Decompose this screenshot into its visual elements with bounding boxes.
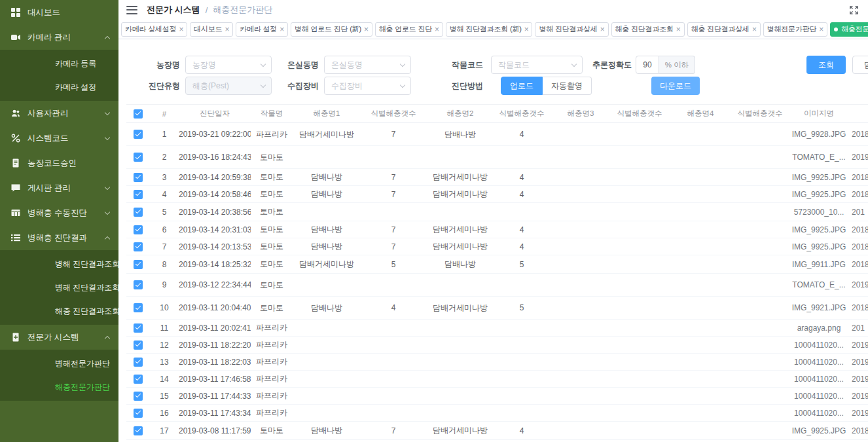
device-select[interactable]: 수집장비 (324, 77, 411, 95)
row-checkbox[interactable] (134, 242, 143, 251)
table-row[interactable]: 52019-03-14 20:38:56토마토5723000_10...201 (126, 203, 868, 221)
table-row[interactable]: 122019-03-11 18:22:20파프리카1000411020...20… (126, 337, 868, 354)
tab-7[interactable]: 병해 진단결과상세× (535, 22, 608, 37)
row-checkbox[interactable] (134, 153, 143, 162)
column-header (852, 105, 868, 123)
tab-8[interactable]: 해충 진단결과조회× (611, 22, 685, 37)
close-tab-icon[interactable]: × (600, 26, 605, 33)
tab-6[interactable]: 병해 진단결과조회 (新)× (446, 22, 533, 37)
sidebar-item-7[interactable]: 병해충 수동진단 (0, 200, 118, 225)
row-checkbox[interactable] (134, 260, 143, 269)
row-checkbox[interactable] (134, 130, 143, 139)
table-row[interactable]: 22019-03-16 18:24:43토마토TOMATO_E_...2019 (126, 146, 868, 169)
cell-count3 (612, 422, 667, 440)
sidebar-subitem[interactable]: 병해 진단결과조회 (舊) (0, 276, 118, 299)
table-row[interactable]: 82019-03-14 18:25:32토마토담배거세미나방5담배나방5IMG_… (126, 255, 868, 274)
sidebar-subitem[interactable]: 병해 진단결과조회 (新) (0, 252, 118, 276)
tab-2[interactable]: 대시보드× (190, 22, 233, 37)
tab-10[interactable]: 병해전문가판단× (763, 22, 827, 37)
table-row[interactable]: 92019-03-12 22:34:44토마토TOMATO_E_...2019 (126, 274, 868, 297)
close-tab-icon[interactable]: × (752, 26, 757, 33)
sidebar-subitem[interactable]: 카메라 등록 (0, 52, 118, 75)
tab-1[interactable]: 카메라 상세설정× (121, 22, 187, 37)
table-row[interactable]: 142019-03-11 17:46:58파프리카1000411020...20… (126, 371, 868, 388)
row-checkbox[interactable] (134, 341, 143, 350)
table-row[interactable]: 62019-03-14 20:31:03토마토담배나방7담배거세미나방4IMG_… (126, 221, 868, 238)
tab-4[interactable]: 병해 업로드 진단 (新)× (291, 22, 372, 37)
tab-9[interactable]: 해충 진단결과상세× (687, 22, 761, 37)
row-checkbox[interactable] (134, 190, 143, 199)
row-checkbox[interactable] (134, 409, 143, 418)
tab-5[interactable]: 해충 업로드 진단× (375, 22, 443, 37)
tab-11[interactable]: 해충전문가판단× (830, 22, 868, 37)
sidebar-item-1[interactable]: 대시보드 (0, 0, 118, 25)
sidebar-item-6[interactable]: 게시판 관리 (0, 175, 118, 200)
row-checkbox[interactable] (134, 303, 143, 312)
row-checkbox[interactable] (134, 280, 143, 289)
method-upload-option[interactable]: 업로드 (501, 77, 543, 95)
method-radio-group: 업로드 자동촬영 (501, 77, 592, 95)
row-checkbox[interactable] (134, 358, 143, 367)
tab-label: 대시보드 (194, 24, 222, 34)
table-row[interactable]: 162019-03-11 17:43:34파프리카1000411020...20… (126, 405, 868, 422)
diagnosis-result-icon (11, 233, 20, 242)
sidebar-item-label: 전문가 시스템 (27, 332, 98, 343)
close-tab-icon[interactable]: × (179, 26, 183, 33)
sidebar-subitem[interactable]: 해충 진단결과조회 (0, 299, 118, 323)
sidebar-subitem[interactable]: 해충전문가판단 (0, 375, 118, 399)
close-tab-icon[interactable]: × (524, 26, 529, 33)
sidebar-item-5[interactable]: 농장코드승인 (0, 151, 118, 175)
close-tab-icon[interactable]: × (364, 26, 369, 33)
download-button[interactable]: 다운로드 (651, 77, 700, 95)
farm-name-select[interactable]: 농장명 (185, 56, 272, 74)
method-auto-option[interactable]: 자동촬영 (543, 77, 592, 95)
table-row[interactable]: 152019-03-11 17:44:33파프리카1000411020...20… (126, 388, 868, 405)
cell-image: IMG_9925.JPG (786, 186, 852, 203)
row-checkbox[interactable] (134, 323, 143, 333)
row-checkbox[interactable] (134, 426, 143, 435)
crop-code-placeholder: 작물코드 (498, 60, 530, 71)
close-tab-icon[interactable]: × (280, 26, 284, 33)
row-select-cell (126, 186, 150, 203)
close-tab-icon[interactable]: × (225, 26, 229, 33)
row-select-cell (126, 388, 150, 405)
table-row[interactable]: 112019-03-11 20:02:41파프리카aragaya.png201 (126, 320, 868, 337)
sidebar-item-9[interactable]: 전문가 시스템 (0, 325, 118, 350)
fullscreen-icon[interactable] (849, 5, 859, 15)
cell-count1 (361, 337, 426, 354)
search-button[interactable]: 조회 (806, 56, 846, 74)
accuracy-input[interactable] (636, 56, 659, 74)
table-row[interactable]: 132019-03-11 18:22:03파프리카1000411020...20… (126, 354, 868, 371)
sidebar-item-3[interactable]: 사용자관리 (0, 101, 118, 126)
row-checkbox[interactable] (134, 225, 143, 234)
cell-count4 (734, 169, 786, 186)
close-tab-icon[interactable]: × (435, 26, 439, 33)
greenhouse-select[interactable]: 온실동명 (324, 56, 411, 74)
select-all-checkbox[interactable] (134, 109, 143, 119)
sidebar-item-4[interactable]: 시스템코드 (0, 126, 118, 151)
sidebar-subitem[interactable]: 병해전문가판단 (0, 352, 118, 375)
close-tab-icon[interactable]: × (676, 26, 681, 33)
sidebar-subitem[interactable]: 카메라 설정 (0, 75, 118, 99)
table-row[interactable]: 32019-03-14 20:59:38토마토담배나방7담배거세미나방4IMG_… (126, 169, 868, 186)
row-checkbox[interactable] (134, 173, 143, 182)
tab-3[interactable]: 카메라 설정× (236, 22, 288, 37)
sidebar-item-2[interactable]: 카메라 관리 (0, 25, 118, 50)
cell-image: 1000411020... (786, 388, 852, 405)
close-tab-icon[interactable]: × (819, 26, 823, 33)
sidebar-item-8[interactable]: 병해충 진단결과 (0, 225, 118, 250)
table-row[interactable]: 12019-03-21 09:22:00파프리카담배거세미나방7담배나방4IMG… (126, 123, 868, 146)
row-checkbox[interactable] (134, 208, 143, 217)
close-button[interactable]: 닫기 (852, 56, 868, 74)
header-row: #진단일자작물명해충명1식별해충갯수해충명2식별해충갯수해충명3식별해충갯수해충… (126, 105, 868, 123)
table-row[interactable]: 102019-03-11 20:04:40토마토담배나방4담배거세미나방5IMG… (126, 297, 868, 320)
table-row[interactable]: 42019-03-14 20:58:46토마토담배나방7담배거세미나방4IMG_… (126, 186, 868, 203)
table-row[interactable]: 172019-03-08 11:17:59토마토담배나방7담배거세미나방4IMG… (126, 422, 868, 440)
row-checkbox[interactable] (134, 375, 143, 384)
table-row[interactable]: 72019-03-14 20:13:53토마토담배나방7담배거세미나방4IMG_… (126, 238, 868, 255)
crop-code-select[interactable]: 작물코드 (491, 56, 583, 74)
hamburger-icon[interactable] (126, 6, 137, 14)
diagnosis-type-select[interactable]: 해충(Pest) (185, 77, 272, 95)
row-checkbox[interactable] (134, 392, 143, 401)
cell-reg: 2018 (852, 123, 868, 146)
